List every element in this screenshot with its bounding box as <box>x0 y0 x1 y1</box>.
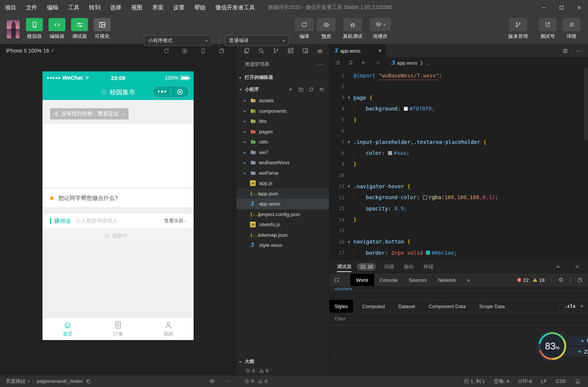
menu-item-10[interactable]: 微信开发者工具 <box>211 0 260 15</box>
breadcrumb-more[interactable]: ... <box>426 60 430 66</box>
bookmark-icon[interactable] <box>348 60 353 65</box>
close-button[interactable] <box>570 0 588 15</box>
tree-item-utils[interactable]: ▸utils <box>236 137 329 147</box>
code-editor[interactable]: 1@import "wuBaseWxss/7.wxss";23∨page {4b… <box>329 68 588 259</box>
more-actions-icon[interactable]: ⋯ <box>318 62 323 67</box>
panel-button-phone[interactable]: 模拟器 <box>25 18 44 40</box>
add-style-icon[interactable]: + <box>580 303 583 310</box>
console-errors[interactable]: 22 <box>517 277 529 283</box>
exit-miniprogram-button[interactable] <box>171 88 189 95</box>
status-item-0[interactable]: 行 1, 列 1 <box>464 378 485 385</box>
tree-item-siteinfo-js[interactable]: JSsiteinfo.js <box>236 219 329 230</box>
menu-item-0[interactable]: 项目 <box>0 0 21 15</box>
menu-item-6[interactable]: 视图 <box>126 0 147 15</box>
minimize-button[interactable] <box>535 0 553 15</box>
cls-toggle[interactable]: .cls <box>565 304 576 309</box>
project-section[interactable]: ▾ 小程序 <box>236 83 329 95</box>
debugger-tab-1[interactable]: 问题 <box>384 260 394 274</box>
devtools-tab-wxml[interactable]: Wxml <box>350 274 374 286</box>
devtools-tab-network[interactable]: Network <box>432 274 462 286</box>
menu-item-2[interactable]: 编辑 <box>42 0 63 15</box>
action-button-layers[interactable]: ▾清缓存 <box>369 18 391 40</box>
action-button-eye[interactable]: 预览 <box>316 18 336 40</box>
tree-item-wuBaseWxss[interactable]: ▸wuBaseWxss <box>236 157 329 168</box>
mode-select[interactable]: 小程序模式 ▾ <box>144 35 212 46</box>
debugger-tab-0[interactable]: 调试器 <box>337 260 352 274</box>
devtools-tab-sources[interactable]: Sources <box>403 274 432 286</box>
forward-icon[interactable] <box>374 60 380 66</box>
styles-tab-dataset[interactable]: Dataset <box>393 300 420 313</box>
phone-tab-order[interactable]: 订单 <box>93 318 143 340</box>
back-icon[interactable] <box>361 60 367 66</box>
eye-icon[interactable] <box>209 378 215 384</box>
status-item-4[interactable]: CSS <box>556 378 566 384</box>
phone-tab-home[interactable]: 首页 <box>42 318 93 340</box>
outline-list-icon[interactable] <box>335 60 341 66</box>
menu-item-3[interactable]: 工具 <box>63 0 84 15</box>
tree-item-libs[interactable]: ▸libs <box>236 116 329 127</box>
fold-chevron-icon[interactable]: ∨ <box>344 139 353 144</box>
device-frame-icon[interactable] <box>200 48 206 54</box>
editor-layout-icon[interactable] <box>302 47 309 54</box>
more-menu-button[interactable] <box>153 91 171 93</box>
source-control-icon[interactable] <box>273 47 279 54</box>
reload-icon[interactable] <box>163 48 170 54</box>
view-all-link[interactable]: 查看全部 › <box>164 218 186 224</box>
tree-item-project-config-json[interactable]: {..}project.config.json <box>236 209 329 220</box>
editor-scrollbar[interactable] <box>584 68 588 140</box>
compile-select[interactable]: 普通编译 ▾ <box>225 35 289 46</box>
page-path-select[interactable]: 页面路径 ▾ <box>6 378 30 385</box>
menu-item-4[interactable]: 转到 <box>84 0 105 15</box>
menu-item-7[interactable]: 界面 <box>147 0 168 15</box>
panel-button-codeicn[interactable]: 编辑器 <box>47 18 67 40</box>
tree-item-we7[interactable]: ▸we7 <box>236 147 329 158</box>
collapse-panel-icon[interactable] <box>555 264 561 270</box>
fold-chevron-icon[interactable]: ∨ <box>344 95 353 100</box>
tree-item-assets[interactable]: ▸assets <box>236 95 329 106</box>
debugger-tab-2[interactable]: 输出 <box>404 260 414 274</box>
extensions-icon[interactable] <box>287 47 294 54</box>
multi-window-icon[interactable] <box>218 48 225 54</box>
more-actions-icon[interactable]: ⋯ <box>576 47 582 54</box>
console-warnings[interactable]: 18 <box>532 277 544 283</box>
stop-icon[interactable] <box>182 48 188 54</box>
toolbar-button-external[interactable]: 测试号 <box>536 18 559 40</box>
toolbar-button-menu[interactable]: 详情 <box>563 18 580 40</box>
settings-gear-icon[interactable]: ⚙ <box>559 277 564 283</box>
maximize-button[interactable] <box>553 0 570 15</box>
inspect-element-icon[interactable] <box>334 277 340 283</box>
action-button-refresh[interactable]: 编译 <box>294 18 314 40</box>
devtools-tab-[interactable]: » <box>462 274 476 286</box>
search-icon[interactable] <box>258 47 265 54</box>
styles-tab-computed[interactable]: Computed <box>357 300 390 313</box>
close-tab-icon[interactable]: ✕ <box>378 48 382 53</box>
panel-button-sliders[interactable]: 调试器 <box>70 18 89 40</box>
new-folder-icon[interactable] <box>298 87 304 92</box>
devtools-tab-console[interactable]: Console <box>374 274 403 286</box>
tree-item-app-json[interactable]: {..}app.json <box>236 189 329 199</box>
action-button-bug[interactable]: 真机调试 <box>338 18 367 40</box>
tree-item-sitemap-json[interactable]: {..}sitemap.json <box>236 230 329 240</box>
styles-tab-styles[interactable]: Styles <box>329 300 353 313</box>
tree-item-wxParse[interactable]: ▸wxParse <box>236 168 329 178</box>
close-panel-icon[interactable] <box>574 264 580 270</box>
tree-item-style-wxss[interactable]: Ʒstyle.wxss <box>236 240 329 251</box>
split-editor-icon[interactable] <box>562 48 568 54</box>
status-item-1[interactable]: 空格: 4 <box>494 378 509 385</box>
collapse-all-icon[interactable] <box>319 87 324 92</box>
styles-tab-component-data[interactable]: Component Data <box>423 300 471 313</box>
kebab-menu-icon[interactable]: ⋮ <box>567 277 573 284</box>
location-pill[interactable]: 没有找到学校，重新定位 ∨ <box>50 108 129 119</box>
outline-section[interactable]: ▸ 大纲 <box>236 357 329 366</box>
open-editors-section[interactable]: ▸ 打开的编辑器 <box>236 71 329 83</box>
phone-tab-mine[interactable]: 我的 <box>143 318 194 340</box>
fold-chevron-icon[interactable]: ∨ <box>344 239 353 244</box>
tree-item-app-js[interactable]: JSapp.js <box>236 178 329 189</box>
menu-item-5[interactable]: 选择 <box>105 0 126 15</box>
status-item-2[interactable]: UTF-8 <box>518 378 532 384</box>
prompt-row[interactable]: 想让同学帮您做点什么? <box>42 189 194 207</box>
filter-input[interactable]: Filter <box>335 316 346 322</box>
tab-app-wxss[interactable]: Ʒ app.wxss ✕ <box>329 44 386 57</box>
refresh-icon[interactable] <box>309 87 314 92</box>
debugger-tab-3[interactable]: 终端 <box>423 260 433 274</box>
